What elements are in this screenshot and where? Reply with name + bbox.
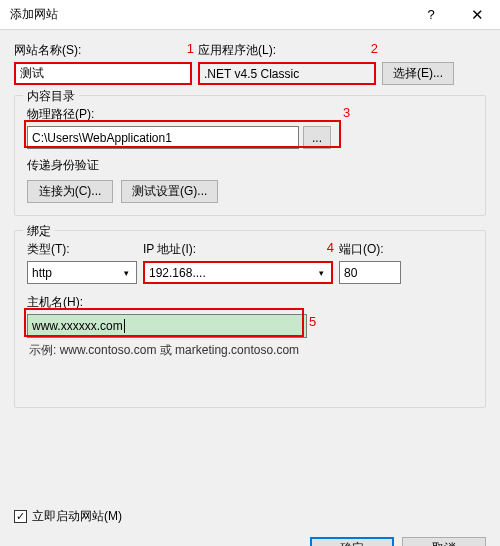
annotation-1: 1	[187, 41, 194, 56]
binding-legend: 绑定	[23, 223, 55, 240]
ip-value: 192.168....	[149, 266, 206, 280]
chevron-down-icon: ▾	[118, 263, 134, 282]
help-icon[interactable]: ?	[408, 0, 454, 30]
cancel-button[interactable]: 取消	[402, 537, 486, 546]
physical-path-input[interactable]: C:\Users\WebApplication1	[27, 126, 299, 149]
type-label: 类型(T):	[27, 241, 137, 258]
window-title: 添加网站	[0, 6, 408, 23]
content-dir-group: 内容目录 3 物理路径(P): C:\Users\WebApplication1…	[14, 95, 486, 216]
ip-label: IP 地址(I):	[143, 241, 333, 258]
host-example: 示例: www.contoso.com 或 marketing.contoso.…	[29, 342, 473, 359]
dialog-footer: 确定 取消	[0, 525, 500, 546]
annotation-3: 3	[343, 105, 350, 120]
titlebar: 添加网站 ? ✕	[0, 0, 500, 30]
host-label: 主机名(H):	[27, 294, 307, 311]
connect-as-button[interactable]: 连接为(C)...	[27, 180, 113, 203]
select-button[interactable]: 选择(E)...	[382, 62, 454, 85]
test-settings-button[interactable]: 测试设置(G)...	[121, 180, 218, 203]
type-select[interactable]: http ▾	[27, 261, 137, 284]
start-site-label: 立即启动网站(M)	[32, 508, 122, 525]
port-label: 端口(O):	[339, 241, 401, 258]
app-pool-label: 应用程序池(L):	[198, 42, 376, 59]
content-dir-legend: 内容目录	[23, 88, 79, 105]
site-name-input[interactable]: 测试	[14, 62, 192, 85]
app-pool-input[interactable]: .NET v4.5 Classic	[198, 62, 376, 85]
annotation-2: 2	[371, 41, 378, 56]
ok-button[interactable]: 确定	[310, 537, 394, 546]
chevron-down-icon: ▾	[313, 263, 329, 282]
host-input[interactable]: www.xxxxxx.com	[27, 314, 307, 338]
physical-path-label: 物理路径(P):	[27, 106, 473, 123]
site-name-label: 网站名称(S):	[14, 42, 192, 59]
auth-label: 传递身份验证	[27, 157, 473, 174]
browse-button[interactable]: ...	[303, 126, 331, 149]
port-input[interactable]: 80	[339, 261, 401, 284]
type-value: http	[32, 266, 52, 280]
binding-group: 绑定 类型(T): http ▾ 4 IP 地址(I): 192.168....…	[14, 230, 486, 408]
annotation-4: 4	[327, 240, 334, 255]
close-icon[interactable]: ✕	[454, 0, 500, 30]
annotation-5: 5	[309, 314, 316, 329]
ip-select[interactable]: 192.168.... ▾	[143, 261, 333, 284]
dialog-content: 1 网站名称(S): 测试 2 应用程序池(L): .NET v4.5 Clas…	[0, 30, 500, 525]
start-site-checkbox[interactable]: ✓	[14, 510, 27, 523]
